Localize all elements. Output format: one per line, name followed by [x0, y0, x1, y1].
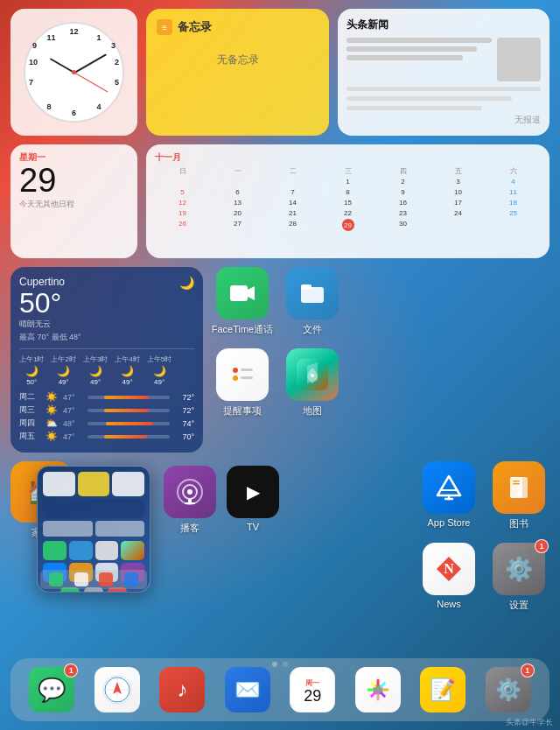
cal-cell: 24	[430, 208, 486, 218]
podcasts-tv-area: 播客 ▶ TV	[164, 466, 279, 535]
hour-hand	[49, 58, 74, 74]
cal-cell: 28	[265, 219, 320, 231]
weather-temp: 50°	[19, 288, 65, 319]
cal-cell: 20	[210, 208, 265, 218]
widget-weather[interactable]: Cupertino 50° 🌙 晴朗无云 最高 70° 最低 48° 上午1时 …	[10, 267, 203, 453]
news-icon: N	[423, 543, 475, 595]
app-reminders[interactable]: 提醒事项	[212, 348, 273, 418]
svg-point-12	[187, 489, 192, 495]
settings-icon: ⚙️ 1	[493, 543, 545, 595]
weather-minmax: 最高 70° 最低 48°	[19, 332, 194, 343]
svg-marker-1	[248, 286, 255, 300]
files-icon	[286, 267, 339, 319]
reminders-icon	[216, 348, 269, 401]
cal-date-number: 29	[19, 164, 129, 197]
content: 12 3 6 9 1 11 2 10 4 8 5 7 备忘	[0, 0, 560, 730]
widget-calendar-grid[interactable]: 十一月 日 一 二 三 四 五 六 1 2 3 4 5	[146, 144, 550, 258]
notes-empty-text: 无备忘录	[157, 53, 318, 67]
app-books[interactable]: 图书	[488, 461, 550, 530]
app-news[interactable]: N News	[418, 543, 480, 612]
facetime-icon	[216, 267, 269, 319]
app-appstore[interactable]: App Store	[418, 461, 480, 530]
cal-cell: 17	[430, 198, 486, 207]
cal-cell-sun: 5	[155, 187, 210, 197]
cal-cell: 23	[375, 208, 430, 218]
clock-num-7: 7	[29, 78, 33, 87]
cal-cell: 8	[320, 187, 375, 197]
cal-cell: 16	[375, 198, 430, 207]
settings-label: 设置	[509, 599, 528, 612]
cal-cell: 27	[210, 219, 265, 231]
cal-cell: 15	[320, 198, 375, 207]
svg-point-9	[311, 374, 314, 377]
news-lines	[346, 38, 541, 81]
weather-city: Cupertino	[19, 276, 65, 288]
widgets-row2: 星期一 29 今天无其他日程 十一月 日 一 二 三 四 五 六 1	[10, 144, 550, 258]
widget-notes[interactable]: 备忘录 无备忘录	[146, 9, 329, 136]
cal-cell-sat: 25	[486, 208, 541, 218]
notes-header: 备忘录	[157, 19, 318, 35]
cal-cell: 6	[210, 187, 265, 197]
svg-text:N: N	[444, 561, 454, 576]
cal-header-tue: 二	[265, 166, 320, 176]
news-line-3	[346, 55, 463, 60]
cal-cell	[265, 177, 320, 186]
clock-num-10: 10	[29, 58, 38, 67]
weather-hour-3: 上午3时 🌙 49°	[83, 354, 108, 386]
cal-cell-sun: 19	[155, 208, 210, 218]
files-label: 文件	[303, 323, 322, 336]
settings-badge: 1	[535, 539, 549, 553]
widget-clock[interactable]: 12 3 6 9 1 11 2 10 4 8 5 7	[10, 9, 137, 136]
app-maps[interactable]: 地图	[282, 348, 343, 418]
cal-cell: 9	[375, 187, 430, 197]
widget-calendar-small[interactable]: 星期一 29 今天无其他日程	[10, 144, 137, 258]
home-widget-area: 🏠 家庭	[10, 461, 155, 597]
cal-cell-sat: 4	[486, 177, 541, 186]
appstore-label: App Store	[428, 517, 471, 528]
notes-title: 备忘录	[178, 19, 212, 35]
cal-cell: 10	[430, 187, 486, 197]
reminders-label: 提醒事项	[223, 404, 262, 418]
app-files[interactable]: 文件	[282, 267, 343, 336]
appletv-icon: ▶	[227, 466, 279, 518]
row3: Cupertino 50° 🌙 晴朗无云 最高 70° 最低 48° 上午1时 …	[10, 267, 550, 453]
minute-hand	[74, 53, 106, 73]
cal-cell	[155, 177, 210, 186]
cal-cell: 21	[265, 208, 320, 218]
clock-num-11: 11	[46, 33, 55, 42]
svg-rect-7	[241, 376, 253, 379]
weather-hour-4: 上午4时 🌙 49°	[115, 354, 139, 386]
clock-num-3: 3	[111, 41, 116, 50]
weather-hour-1: 上午1时 🌙 50°	[19, 354, 44, 386]
svg-rect-3	[301, 284, 312, 290]
podcasts-label: 播客	[180, 522, 200, 535]
cal-cell: 14	[265, 198, 320, 207]
cal-cell: 22	[320, 208, 375, 218]
cal-cell-sun: 26	[155, 219, 210, 231]
cal-cell-sun: 12	[155, 198, 210, 207]
clock-num-4: 4	[97, 102, 102, 111]
app-settings[interactable]: ⚙️ 1 设置	[488, 543, 550, 612]
clock-num-12: 12	[69, 27, 78, 36]
app-podcasts[interactable]: 播客	[164, 466, 216, 535]
apps-grid-bottom: App Store 图书 N	[418, 461, 550, 612]
clock-center-dot	[72, 70, 76, 74]
news-title: 头条新闻	[346, 18, 541, 32]
news-label: News	[437, 599, 461, 609]
cal-header-sun: 日	[155, 166, 210, 176]
cal-cell: 13	[210, 198, 265, 207]
clock-num-1: 1	[97, 33, 102, 42]
svg-point-6	[233, 376, 238, 381]
facetime-label: FaceTime通话	[212, 323, 274, 336]
week-row-3: 周四 ⛅ 48° 74°	[19, 418, 194, 429]
app-appletv[interactable]: ▶ TV	[227, 466, 279, 532]
clock-num-8: 8	[46, 102, 51, 111]
appletv-label: TV	[247, 522, 259, 532]
widget-news[interactable]: 头条新闻 无报道	[338, 9, 550, 136]
cal-cell	[486, 219, 541, 231]
svg-rect-19	[513, 481, 520, 482]
cal-cell	[210, 177, 265, 186]
app-facetime[interactable]: FaceTime通话	[212, 267, 273, 336]
second-hand	[74, 72, 108, 92]
week-row-2: 周三 ☀️ 47° 72°	[19, 404, 194, 416]
